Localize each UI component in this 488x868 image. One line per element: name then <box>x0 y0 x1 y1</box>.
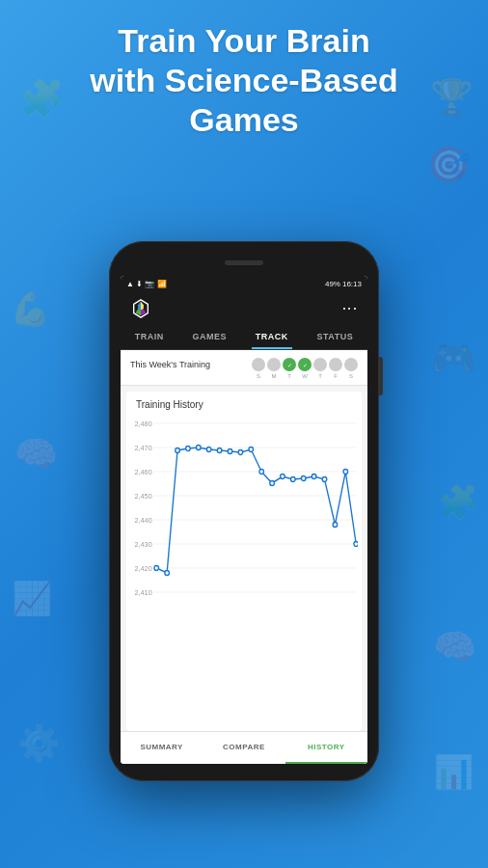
status-bar-left: ▲ ⬇ 📷 📶 <box>126 280 167 288</box>
bottom-tab-compare[interactable]: COMPARE <box>203 732 285 764</box>
phone-body: ▲ ⬇ 📷 📶 49% 16:13 <box>109 241 379 781</box>
nav-tabs: TRAIN GAMES TRACK STATUS <box>121 326 367 350</box>
tab-track[interactable]: TRACK <box>252 326 292 349</box>
phone-notch <box>121 253 367 272</box>
overflow-menu-icon[interactable]: ⋮ <box>340 301 359 317</box>
svg-point-28 <box>217 448 222 453</box>
day-label-f: F <box>329 373 342 379</box>
day-label-s: S <box>252 373 265 379</box>
app-logo <box>130 298 151 319</box>
clock: 16:13 <box>342 280 362 288</box>
svg-point-27 <box>206 448 211 452</box>
battery-indicator: 49% <box>325 280 340 288</box>
hero-line3: Games <box>189 101 298 138</box>
svg-point-24 <box>176 448 180 453</box>
svg-text:2,420: 2,420 <box>135 564 152 573</box>
day-dot-fri <box>329 358 342 371</box>
weekly-training-section: This Week's Training ✓ ✓ S <box>121 350 367 386</box>
svg-point-36 <box>301 476 306 481</box>
hero-text: Train Your Brain with Science-Based Game… <box>61 0 426 154</box>
training-history-chart: 2,480 2,470 2,460 2,450 2,440 2,430 2,42… <box>130 414 358 607</box>
day-dot-wed: ✓ <box>298 358 312 371</box>
svg-point-22 <box>154 566 159 571</box>
svg-point-39 <box>333 523 338 528</box>
svg-point-35 <box>291 477 296 482</box>
svg-text:2,480: 2,480 <box>135 420 152 428</box>
lumosity-logo-icon <box>130 298 151 319</box>
svg-text:2,460: 2,460 <box>135 468 152 476</box>
svg-point-26 <box>197 446 202 450</box>
weekly-day-dots: ✓ ✓ <box>252 358 358 371</box>
svg-point-25 <box>186 447 191 451</box>
phone-mockup: ▲ ⬇ 📷 📶 49% 16:13 <box>109 154 379 868</box>
day-label-t: T <box>283 373 296 379</box>
day-dot-tue: ✓ <box>283 358 296 371</box>
day-label-m: M <box>267 373 281 379</box>
phone-power-button <box>379 357 383 395</box>
bottom-tab-history[interactable]: HISTORY <box>285 732 367 764</box>
weekly-training-header: This Week's Training ✓ ✓ <box>130 358 358 371</box>
svg-text:2,440: 2,440 <box>135 516 152 525</box>
svg-point-38 <box>322 477 327 482</box>
app-bar: ⋮ <box>121 291 367 326</box>
day-label-w: W <box>298 373 312 379</box>
chart-title: Training History <box>130 399 358 410</box>
day-label-t2: T <box>313 373 327 379</box>
svg-point-29 <box>228 449 232 454</box>
day-dot-sun <box>252 358 265 371</box>
svg-point-32 <box>259 470 264 475</box>
training-history-chart-section: Training History 2,480 2,470 <box>126 392 362 731</box>
status-bar: ▲ ⬇ 📷 📶 49% 16:13 <box>121 276 367 291</box>
day-dot-mon <box>267 358 281 371</box>
svg-point-33 <box>270 481 275 486</box>
svg-text:2,410: 2,410 <box>135 588 152 597</box>
day-dot-thu <box>313 358 327 371</box>
main-content: This Week's Training ✓ ✓ S <box>121 350 367 764</box>
hero-line1: Train Your Brain <box>118 22 369 59</box>
day-labels: S M T W T F S <box>130 373 358 379</box>
tab-train[interactable]: TRAIN <box>131 326 168 349</box>
day-dot-sat <box>344 358 358 371</box>
svg-text:2,470: 2,470 <box>135 444 152 452</box>
status-bar-right: 49% 16:13 <box>325 280 362 288</box>
svg-point-31 <box>249 448 254 452</box>
svg-point-41 <box>354 542 358 547</box>
svg-point-23 <box>165 571 170 576</box>
svg-point-30 <box>238 450 243 455</box>
svg-text:2,450: 2,450 <box>135 492 152 501</box>
tab-status[interactable]: STATUS <box>312 326 357 349</box>
svg-point-34 <box>281 475 285 479</box>
svg-text:2,430: 2,430 <box>135 540 152 549</box>
phone-screen: ▲ ⬇ 📷 📶 49% 16:13 <box>121 276 367 764</box>
status-icons: ▲ ⬇ 📷 📶 <box>126 280 167 288</box>
tab-games[interactable]: GAMES <box>189 326 231 349</box>
hero-line2: with Science-Based <box>90 62 397 98</box>
weekly-training-title: This Week's Training <box>130 360 210 369</box>
bottom-tabs: SUMMARY COMPARE HISTORY <box>121 731 367 764</box>
svg-point-40 <box>343 470 348 475</box>
day-label-s2: S <box>344 373 358 379</box>
phone-speaker <box>225 260 263 265</box>
bottom-tab-summary[interactable]: SUMMARY <box>121 732 203 764</box>
svg-point-37 <box>312 475 316 479</box>
